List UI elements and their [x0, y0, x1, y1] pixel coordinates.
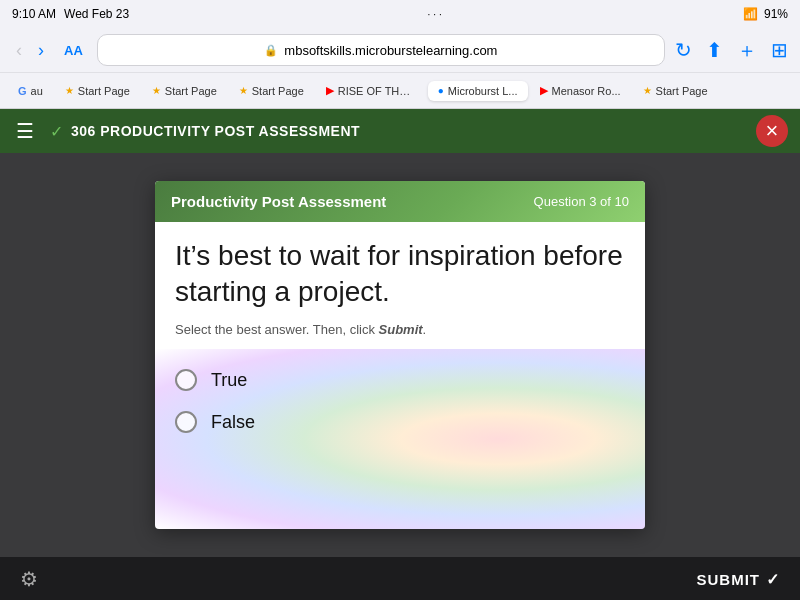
tab-label: Menasor Ro... — [552, 85, 621, 97]
instruction-period: . — [423, 322, 427, 337]
app-bar-title: 306 PRODUCTIVITY POST ASSESSMENT — [71, 123, 360, 139]
tab-start2[interactable]: ★ Start Page — [142, 81, 227, 101]
tab-label: Start Page — [252, 85, 304, 97]
battery-display: 91% — [764, 7, 788, 21]
option-true-label: True — [211, 370, 247, 391]
bookmark-icon: ★ — [239, 85, 248, 96]
forward-button[interactable]: › — [32, 39, 50, 61]
content-area: Productivity Post Assessment Question 3 … — [0, 153, 800, 557]
tab-rise[interactable]: ▶ RISE OF THE... — [316, 80, 426, 101]
share-button[interactable]: ⬆ — [704, 36, 725, 64]
option-false[interactable]: False — [175, 411, 625, 433]
submit-button[interactable]: SUBMIT ✓ — [697, 570, 781, 589]
tab-label: Start Page — [78, 85, 130, 97]
app-bar: ☰ ✓ 306 PRODUCTIVITY POST ASSESSMENT × — [0, 109, 800, 153]
question-text: It’s best to wait for inspiration before… — [175, 238, 625, 311]
instruction-text: Select the best answer. Then, click Subm… — [175, 322, 625, 349]
quiz-title: Productivity Post Assessment — [171, 193, 386, 210]
tab-label: Start Page — [656, 85, 708, 97]
instruction-submit-word: Submit — [379, 322, 423, 337]
time-display: 9:10 AM — [12, 7, 56, 21]
submit-checkmark-icon: ✓ — [766, 570, 780, 589]
tab-start3[interactable]: ★ Start Page — [229, 81, 314, 101]
tab-microburst[interactable]: ● Microburst L... — [428, 81, 528, 101]
back-button[interactable]: ‹ — [10, 39, 28, 61]
tab-label: RISE OF THE... — [338, 85, 416, 97]
google-icon: G — [18, 85, 27, 97]
tab-g[interactable]: G au — [8, 81, 53, 101]
date-display: Wed Feb 23 — [64, 7, 129, 21]
option-false-label: False — [211, 412, 255, 433]
browser-chrome: ‹ › AA 🔒 mbsoftskills.microburstelearnin… — [0, 28, 800, 109]
refresh-button[interactable]: ↻ — [673, 36, 694, 64]
nav-buttons: ‹ › — [10, 39, 50, 61]
question-counter: Question 3 of 10 — [534, 194, 629, 209]
quiz-card: Productivity Post Assessment Question 3 … — [155, 181, 645, 530]
new-tab-button[interactable]: ＋ — [735, 35, 759, 66]
tabs-bar: G au ★ Start Page ★ Start Page ★ Start P… — [0, 72, 800, 108]
address-bar[interactable]: 🔒 mbsoftskills.microburstelearning.com — [97, 34, 665, 66]
quiz-body: It’s best to wait for inspiration before… — [155, 222, 645, 350]
tabs-button[interactable]: ⊞ — [769, 36, 790, 64]
bookmark-icon: ★ — [643, 85, 652, 96]
radio-true[interactable] — [175, 369, 197, 391]
menu-button[interactable]: ☰ — [12, 115, 38, 147]
url-text: mbsoftskills.microburstelearning.com — [284, 43, 497, 58]
tab-label: Start Page — [165, 85, 217, 97]
bookmark-icon: ★ — [65, 85, 74, 96]
status-bar: 9:10 AM Wed Feb 23 ··· 📶 91% — [0, 0, 800, 28]
option-true[interactable]: True — [175, 369, 625, 391]
instruction-plain: Select the best answer. Then, click — [175, 322, 375, 337]
tab-label: au — [31, 85, 43, 97]
close-button[interactable]: × — [756, 115, 788, 147]
app-title-area: ✓ 306 PRODUCTIVITY POST ASSESSMENT — [50, 122, 744, 141]
status-dots: ··· — [427, 9, 444, 20]
microburst-icon: ● — [438, 85, 444, 96]
tab-label: Microburst L... — [448, 85, 518, 97]
tab-menasor[interactable]: ▶ Menasor Ro... — [530, 80, 631, 101]
answer-area: True False — [155, 349, 645, 529]
youtube-icon: ▶ — [540, 84, 548, 97]
checkmark-icon: ✓ — [50, 122, 63, 141]
quiz-header: Productivity Post Assessment Question 3 … — [155, 181, 645, 222]
toolbar-actions: ↻ ⬆ ＋ ⊞ — [673, 35, 790, 66]
lock-icon: 🔒 — [264, 44, 278, 57]
browser-toolbar: ‹ › AA 🔒 mbsoftskills.microburstelearnin… — [0, 28, 800, 72]
bottom-bar: ⚙ SUBMIT ✓ — [0, 557, 800, 600]
youtube-icon: ▶ — [326, 84, 334, 97]
radio-false[interactable] — [175, 411, 197, 433]
bookmark-icon: ★ — [152, 85, 161, 96]
tab-start1[interactable]: ★ Start Page — [55, 81, 140, 101]
tab-start4[interactable]: ★ Start Page — [633, 81, 718, 101]
submit-label: SUBMIT — [697, 571, 761, 588]
wifi-icon: 📶 — [743, 7, 758, 21]
settings-button[interactable]: ⚙ — [20, 567, 38, 591]
text-size-button[interactable]: AA — [58, 41, 89, 60]
